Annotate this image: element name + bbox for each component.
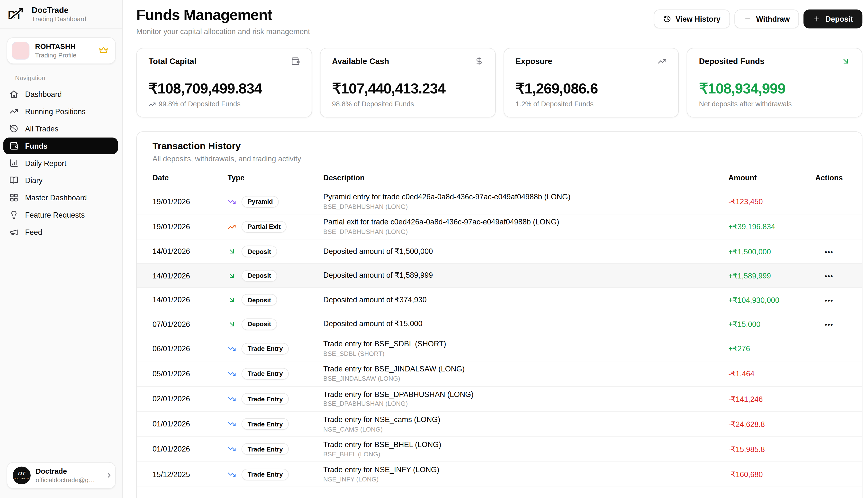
transaction-symbol: NSE_INFY (LONG): [323, 476, 729, 483]
transaction-history-card: Transaction History All deposits, withdr…: [136, 131, 863, 498]
book-open-icon: [10, 176, 18, 185]
row-actions-button[interactable]: •••: [825, 297, 833, 304]
page-title: Funds Management: [136, 6, 310, 24]
row-actions-button[interactable]: •••: [825, 320, 833, 328]
stat-note: Net deposits after withdrawals: [699, 100, 850, 108]
stat-value: ₹108,709,499.834: [149, 80, 300, 97]
transaction-type: Trade Entry: [227, 444, 323, 455]
sidebar-item-label: Funds: [25, 142, 48, 150]
stat-label: Deposited Funds: [699, 57, 764, 66]
brand-header: DT DocTrade Trading Dashboard: [0, 0, 122, 29]
transaction-date: 02/01/2026: [152, 395, 228, 403]
account-name: Doctrade: [36, 468, 100, 476]
transactions-subtitle: All deposits, withdrawals, and trading a…: [152, 155, 846, 163]
transaction-amount: +₹39,196.834: [729, 222, 812, 231]
transaction-amount: -₹1,464: [729, 369, 812, 379]
sidebar-item-master-dashboard[interactable]: Master Dashboard: [3, 189, 118, 206]
sidebar-item-daily-report[interactable]: Daily Report: [3, 155, 118, 172]
stat-note: 98.8% of Deposited Funds: [332, 100, 483, 108]
transaction-row: 01/01/2026 Trade Entry Trade entry for B…: [137, 437, 862, 462]
transaction-description: Deposited amount of ₹1,589,999: [323, 271, 729, 280]
transaction-date: 07/01/2026: [152, 320, 228, 328]
table-header: Date Type Description Amount Actions: [137, 174, 862, 189]
trending-down-icon: [227, 445, 236, 453]
sidebar-item-dashboard[interactable]: Dashboard: [3, 86, 118, 103]
stat-value: ₹1,269,086.6: [516, 80, 667, 97]
wallet-icon: [291, 57, 300, 66]
type-badge: Trade Entry: [242, 368, 289, 380]
dollar-icon: [475, 57, 483, 66]
view-history-button[interactable]: View History: [654, 10, 730, 28]
sidebar-item-label: Feature Requests: [25, 211, 85, 219]
layout-grid-icon: [10, 193, 18, 202]
transaction-type: Trade Entry: [227, 393, 323, 405]
stat-card-available-cash: Available Cash ₹107,440,413.234 98.8% of…: [320, 48, 496, 118]
transaction-description: Trade entry for NSE_cams (LONG) NSE_CAMS…: [323, 415, 729, 433]
sidebar-item-label: Diary: [25, 176, 43, 184]
transaction-symbol: BSE_DPABHUSHAN (LONG): [323, 203, 729, 211]
transaction-description: Trade entry for NSE_INFY (LONG) NSE_INFY…: [323, 466, 729, 483]
home-icon: [10, 90, 18, 99]
transaction-description: Trade entry for BSE_JINDALSAW (LONG) BSE…: [323, 365, 729, 383]
minus-icon: [744, 15, 752, 23]
sidebar-item-funds[interactable]: Funds: [3, 137, 118, 154]
type-badge: Deposit: [242, 294, 277, 306]
account-card[interactable]: DT DOC TRADE Doctrade officialdoctrade@g…: [6, 462, 116, 489]
arrow-down-right-icon: [227, 247, 236, 255]
sidebar-item-running-positions[interactable]: Running Positions: [3, 103, 118, 120]
brand-name: DocTrade: [32, 6, 86, 15]
transaction-row: 14/01/2026 Deposit Deposited amount of ₹…: [137, 264, 862, 288]
transaction-date: 19/01/2026: [152, 197, 228, 206]
transaction-row: 01/01/2026 Trade Entry Trade entry for N…: [137, 412, 862, 437]
type-badge: Trade Entry: [242, 444, 289, 455]
transaction-date: 05/01/2026: [152, 370, 228, 378]
transaction-symbol: NSE_CAMS (LONG): [323, 426, 729, 433]
transaction-symbol: BSE_JINDALSAW (LONG): [323, 375, 729, 383]
profile-name: ROHTASHH: [35, 43, 76, 51]
sidebar-item-label: Dashboard: [25, 90, 62, 98]
sidebar-item-diary[interactable]: Diary: [3, 172, 118, 189]
transaction-amount: +₹104,930,000: [729, 295, 812, 304]
stat-label: Total Capital: [149, 57, 197, 66]
transaction-amount: -₹15,985.8: [729, 445, 812, 454]
chevron-right-icon: [105, 471, 113, 479]
transaction-amount: +₹1,589,999: [729, 271, 812, 280]
column-description: Description: [323, 174, 729, 182]
sidebar-item-feature-requests[interactable]: Feature Requests: [3, 207, 118, 223]
sidebar-item-all-trades[interactable]: All Trades: [3, 120, 118, 137]
transaction-description: Trade entry for BSE_SDBL (SHORT) BSE_SDB…: [323, 340, 729, 358]
arrow-down-right-icon: [227, 271, 236, 280]
page-subtitle: Monitor your capital allocation and risk…: [136, 27, 310, 36]
transaction-date: 01/01/2026: [152, 420, 228, 428]
stat-label: Available Cash: [332, 57, 389, 66]
row-actions-button[interactable]: •••: [825, 248, 833, 256]
doctrade-logo-icon: DT: [8, 5, 26, 23]
profile-avatar: [12, 42, 29, 60]
transaction-row: 19/01/2026 Pyramid Pyramid entry for tra…: [137, 189, 862, 214]
arrow-down-right-icon: [841, 57, 850, 66]
row-actions-button[interactable]: •••: [825, 272, 833, 280]
trending-up-icon: [149, 101, 156, 108]
trending-down-icon: [227, 197, 236, 206]
sidebar-item-feed[interactable]: Feed: [3, 224, 118, 240]
deposit-button[interactable]: Deposit: [804, 10, 863, 28]
account-email: officialdoctrade@gmail....: [36, 476, 100, 483]
stat-note: 1.2% of Deposited Funds: [516, 100, 667, 108]
chart-column-icon: [10, 159, 18, 168]
withdraw-button[interactable]: Withdraw: [734, 10, 799, 28]
transaction-amount: +₹276: [729, 344, 812, 353]
stat-card-total-capital: Total Capital ₹108,709,499.834 99.8% of …: [136, 48, 312, 118]
transaction-date: 14/01/2026: [152, 271, 228, 280]
transaction-type: Trade Entry: [227, 368, 323, 380]
column-actions: Actions: [812, 174, 846, 182]
type-badge: Trade Entry: [242, 393, 289, 405]
sidebar: DT DocTrade Trading Dashboard ROHTASHH T…: [0, 0, 123, 498]
trending-up-icon: [10, 107, 18, 116]
trading-profile-card[interactable]: ROHTASHH Trading Profile: [6, 37, 116, 64]
transaction-symbol: BSE_SDBL (SHORT): [323, 350, 729, 357]
transaction-description: Trade entry for BSE_DPABHUSHAN (LONG) BS…: [323, 390, 729, 408]
transaction-row: 14/01/2026 Deposit Deposited amount of ₹…: [137, 239, 862, 264]
trending-down-icon: [227, 420, 236, 428]
sidebar-item-label: Master Dashboard: [25, 194, 87, 202]
type-badge: Trade Entry: [242, 343, 289, 355]
